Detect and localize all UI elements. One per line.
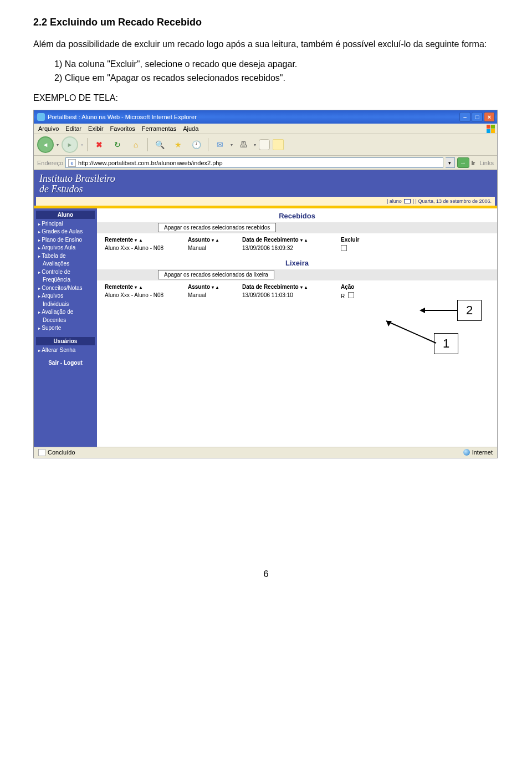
header-strip: | aluno | | Quarta, 13 de setembro de 20… xyxy=(36,197,495,206)
sort-icon[interactable]: ▾ ▴ xyxy=(299,285,308,290)
search-button[interactable]: 🔍 xyxy=(152,137,167,152)
menu-favoritos[interactable]: Favoritos xyxy=(110,125,135,132)
refresh-icon: ↻ xyxy=(114,140,121,149)
ie-logo-icon xyxy=(37,113,45,121)
lixeira-table-head: Remetente ▾ ▴ Assunto ▾ ▴ Data de Recebi… xyxy=(97,280,497,291)
apagar-recebidos-button[interactable]: Apagar os recados selecionados recebidos xyxy=(158,223,276,232)
sidebar-item-alterar-senha[interactable]: Alterar Senha xyxy=(36,346,95,355)
print-drop-icon[interactable]: ▾ xyxy=(254,142,256,147)
toolbar-divider xyxy=(87,138,88,151)
mail-icon: ✉ xyxy=(217,140,223,149)
sort-icon[interactable]: ▾ ▴ xyxy=(210,238,219,243)
windows-flag-icon xyxy=(487,125,495,133)
ie-toolbar: ◄ ▾ ► ▾ ✖ ↻ ⌂ 🔍 ★ 🕘 ✉ ▾ 🖶 ▾ xyxy=(34,134,497,156)
sidebar-item-tabela[interactable]: Tabela de xyxy=(36,252,95,261)
col-assunto[interactable]: Assunto xyxy=(188,237,210,243)
col-assunto[interactable]: Assunto xyxy=(188,284,210,290)
window-title: PortalIbest : Aluno na Web - Microsoft I… xyxy=(48,114,459,120)
example-label: EXEMPLO DE TELA: xyxy=(33,93,499,103)
links-label[interactable]: Links xyxy=(479,160,494,166)
page-number: 6 xyxy=(33,569,499,579)
sort-icon[interactable]: ▾ ▴ xyxy=(133,285,142,290)
sidebar-item-suporte[interactable]: Suporte xyxy=(36,324,95,333)
sort-icon[interactable]: ▾ ▴ xyxy=(299,238,308,243)
extra-button[interactable] xyxy=(273,139,284,150)
sidebar-item-docentes[interactable]: Docentes xyxy=(36,316,95,325)
back-button[interactable]: ◄ xyxy=(37,136,54,153)
sidebar-item-conceitos[interactable]: Conceitos/Notas xyxy=(36,284,95,293)
intro-text: Além da possibilidade de excluir um reca… xyxy=(33,38,499,50)
ie-menubar: Arquivo Editar Exibir Favoritos Ferramen… xyxy=(34,124,497,134)
lixeira-row: Aluno Xxx - Aluno - N08 Manual 13/09/200… xyxy=(97,291,497,303)
sidebar-item-grades[interactable]: Grades de Aulas xyxy=(36,228,95,236)
sidebar-item-arquivos-aula[interactable]: Arquivos Aula xyxy=(36,244,95,252)
sidebar-item-individuais[interactable]: Individuais xyxy=(36,300,95,309)
minimize-button[interactable]: – xyxy=(459,112,470,122)
col-excluir: Excluir xyxy=(341,237,359,243)
logo-line-2: de Estudos xyxy=(39,184,115,195)
excluir-checkbox[interactable] xyxy=(341,245,347,251)
header-user: | aluno xyxy=(387,198,402,204)
sort-icon[interactable]: ▾ ▴ xyxy=(133,238,142,243)
stop-button[interactable]: ✖ xyxy=(91,137,107,152)
mail-drop-icon[interactable]: ▾ xyxy=(231,142,233,147)
favorites-button[interactable]: ★ xyxy=(170,137,186,152)
back-drop-icon[interactable]: ▾ xyxy=(57,142,59,147)
menu-exibir[interactable]: Exibir xyxy=(88,125,104,132)
sidebar-item-avaliacao[interactable]: Avaliação de xyxy=(36,308,95,316)
apagar-lixeira-button[interactable]: Apagar os recados selecionados da lixeir… xyxy=(158,270,274,279)
lixeira-title: Lixeira xyxy=(97,256,497,269)
globe-icon xyxy=(463,449,470,456)
col-remetente[interactable]: Remetente xyxy=(105,284,133,290)
star-icon: ★ xyxy=(175,140,182,149)
recebidos-title: Recebidos xyxy=(97,208,497,222)
menu-ferramentas[interactable]: Ferramentas xyxy=(142,125,176,132)
edit-button[interactable] xyxy=(259,139,270,150)
menu-ajuda[interactable]: Ajuda xyxy=(183,125,198,132)
recebidos-action-row: Apagar os recados selecionados recebidos xyxy=(97,222,497,233)
step-1: 1) Na coluna "Excluir", selecione o reca… xyxy=(54,58,499,70)
toolbar-divider xyxy=(208,138,208,151)
sidebar-item-principal[interactable]: Principal xyxy=(36,220,95,228)
lixeira-action-row: Apagar os recados selecionados da lixeir… xyxy=(97,269,497,280)
status-page-icon xyxy=(38,449,45,456)
sidebar-item-controle[interactable]: Controle de xyxy=(36,268,95,277)
col-remetente[interactable]: Remetente xyxy=(105,237,133,243)
home-button[interactable]: ⌂ xyxy=(128,137,144,152)
menu-editar[interactable]: Editar xyxy=(65,125,81,132)
cell-data: 13/09/2006 16:09:32 xyxy=(242,245,341,252)
address-input[interactable]: e http://www.portalibest.com.br/alunonaw… xyxy=(65,157,443,168)
history-icon: 🕘 xyxy=(192,140,201,149)
col-data[interactable]: Data de Recebimento xyxy=(242,237,299,243)
sidebar-item-avaliacoes[interactable]: Avaliações xyxy=(36,260,95,268)
screenshot: PortalIbest : Aluno na Web - Microsoft I… xyxy=(33,110,498,458)
ie-titlebar: PortalIbest : Aluno na Web - Microsoft I… xyxy=(34,110,497,124)
forward-button[interactable]: ► xyxy=(62,136,78,153)
mail-button[interactable]: ✉ xyxy=(212,137,228,152)
menu-arquivo[interactable]: Arquivo xyxy=(38,125,59,132)
sidebar-item-frequencia[interactable]: Freqüência xyxy=(36,276,95,284)
sidebar-logout[interactable]: Sair - Logout xyxy=(36,360,95,366)
col-data[interactable]: Data de Recebimento xyxy=(242,284,299,290)
close-button[interactable]: × xyxy=(484,112,495,122)
url-text: http://www.portalibest.com.br/alunonaweb… xyxy=(78,160,223,166)
sidebar-head-aluno: Aluno xyxy=(36,211,95,219)
fwd-drop-icon[interactable]: ▾ xyxy=(81,142,83,147)
cell-acao[interactable]: R xyxy=(341,293,345,299)
sidebar-item-plano[interactable]: Plano de Ensino xyxy=(36,236,95,244)
recebidos-table-head: Remetente ▾ ▴ Assunto ▾ ▴ Data de Recebi… xyxy=(97,233,497,244)
go-button[interactable]: → xyxy=(457,157,469,168)
col-acao: Ação xyxy=(341,284,354,290)
envelope-icon[interactable] xyxy=(404,199,411,203)
maximize-button[interactable]: □ xyxy=(472,112,483,122)
lixeira-checkbox[interactable] xyxy=(348,292,354,298)
toolbar-divider xyxy=(147,138,148,151)
refresh-button[interactable]: ↻ xyxy=(110,137,125,152)
sidebar-item-arquivos[interactable]: Arquivos xyxy=(36,292,95,300)
print-button[interactable]: 🖶 xyxy=(236,137,251,152)
history-button[interactable]: 🕘 xyxy=(188,137,204,152)
sort-icon[interactable]: ▾ ▴ xyxy=(210,285,219,290)
cell-assunto: Manual xyxy=(188,245,242,252)
address-drop-icon[interactable]: ▾ xyxy=(446,157,455,168)
search-icon: 🔍 xyxy=(155,140,165,149)
